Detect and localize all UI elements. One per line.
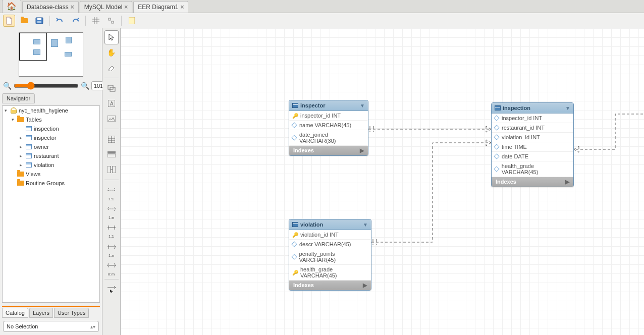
tab-catalog[interactable]: Catalog <box>2 308 28 318</box>
rel-existing-tool[interactable] <box>104 283 119 297</box>
close-icon[interactable]: × <box>71 4 74 11</box>
notes-button[interactable] <box>126 15 138 27</box>
open-file-button[interactable] <box>18 15 30 27</box>
column-label: health_grade VARCHAR(45) <box>300 266 368 278</box>
tree-tables-folder[interactable]: ▾Tables <box>3 115 99 124</box>
expand-icon[interactable]: ▶ <box>363 282 367 289</box>
entity-header[interactable]: violation▼ <box>289 219 371 230</box>
rel-icon <box>107 225 116 230</box>
entity-column[interactable]: name VARCHAR(45) <box>289 121 368 130</box>
collapse-icon[interactable]: ▼ <box>565 105 570 111</box>
rel-n-m-tool[interactable] <box>104 258 119 272</box>
grid-toggle-button[interactable] <box>90 15 102 27</box>
rel-icon <box>107 263 116 268</box>
zoom-in-icon[interactable]: 🔍 <box>81 82 89 90</box>
collapse-icon[interactable]: ▼ <box>363 222 368 228</box>
navigator-preview[interactable] <box>0 28 102 81</box>
svg-rect-15 <box>113 166 116 173</box>
tree-table-restaurant[interactable]: ▸restaurant <box>3 151 99 160</box>
routine-tool[interactable] <box>104 162 119 177</box>
tree-table-inspector[interactable]: ▸inspector <box>3 133 99 142</box>
redo-button[interactable] <box>69 15 81 27</box>
hand-tool[interactable]: ✋ <box>104 45 119 60</box>
routine-icon <box>108 166 116 173</box>
zoom-slider[interactable] <box>14 82 79 89</box>
folder-icon <box>17 117 24 122</box>
selection-display[interactable]: No Selection▴▾ <box>3 321 99 332</box>
catalog-tree[interactable]: ▾nyc_health_hygiene ▾Tables inspection ▸… <box>2 105 100 303</box>
entity-column[interactable]: time TIME <box>492 142 573 152</box>
entity-column[interactable]: violation_id INT <box>492 133 573 142</box>
entity-column[interactable]: health_grade VARCHAR(45) <box>492 161 573 177</box>
rel-label: 1:1 <box>109 197 114 201</box>
align-button[interactable] <box>105 15 117 27</box>
rel-1-1-nonid-tool[interactable] <box>104 183 119 197</box>
rel-icon <box>107 244 116 249</box>
entity-header[interactable]: inspection▼ <box>492 103 573 114</box>
tab-eer-diagram[interactable]: EER Diagram1× <box>133 1 188 13</box>
new-file-button[interactable] <box>3 15 15 27</box>
entity-column[interactable]: 🔑health_grade VARCHAR(45) <box>289 265 371 281</box>
entity-column[interactable]: restaurant_id INT <box>492 123 573 133</box>
entity-column[interactable]: inspector_id INT <box>492 114 573 123</box>
entity-indexes[interactable]: Indexes▶ <box>289 146 368 155</box>
undo-button[interactable] <box>54 15 66 27</box>
entity-indexes[interactable]: Indexes▶ <box>289 281 371 290</box>
home-icon: 🏠 <box>7 2 17 11</box>
canvas-toolbar: ✋ A 1:1 1:n 1:1 1:n n:m <box>102 28 121 335</box>
column-icon <box>494 153 499 159</box>
entity-indexes[interactable]: Indexes▶ <box>492 177 573 187</box>
rel-1-n-id-tool[interactable] <box>104 240 119 254</box>
file-icon <box>6 17 13 25</box>
view-tool[interactable] <box>104 147 119 161</box>
tree-routines-folder[interactable]: Routine Groups <box>3 179 99 188</box>
expand-icon[interactable]: ▶ <box>360 147 364 154</box>
zoom-out-icon[interactable]: 🔍 <box>3 82 12 90</box>
image-tool[interactable] <box>104 111 119 126</box>
tab-mysql-model[interactable]: MySQL Model× <box>80 1 133 13</box>
rel-1-n-nonid-tool[interactable] <box>104 202 119 216</box>
entity-column[interactable]: date DATE <box>492 152 573 161</box>
table-icon <box>26 144 32 149</box>
entity-column[interactable]: 🔑violation_id INT <box>289 230 371 240</box>
entity-name: inspector <box>300 102 326 108</box>
entity-header[interactable]: inspector▼ <box>289 100 368 111</box>
entity-column[interactable]: 🔑inspector_id INT <box>289 111 368 121</box>
collapse-icon[interactable]: ▼ <box>360 103 365 108</box>
pointer-tool[interactable] <box>104 30 119 44</box>
entity-inspector[interactable]: inspector▼🔑inspector_id INTname VARCHAR(… <box>289 100 368 156</box>
indexes-label: Indexes <box>293 282 314 289</box>
table-tool[interactable] <box>104 132 119 146</box>
left-sidebar: 🔍 🔍 101▾ Navigator ▾nyc_health_hygiene ▾… <box>0 28 102 335</box>
text-tool[interactable]: A <box>104 96 119 110</box>
tab-layers[interactable]: Layers <box>29 308 53 318</box>
entity-column[interactable]: penalty_points VARCHAR(45) <box>289 249 371 265</box>
rel-label: n:m <box>108 272 115 276</box>
entity-violation[interactable]: violation▼🔑violation_id INTdescr VARCHAR… <box>289 219 371 291</box>
tree-table-owner[interactable]: ▸owner <box>3 142 99 151</box>
tree-table-inspection[interactable]: inspection <box>3 124 99 133</box>
column-label: inspector_id INT <box>502 115 542 121</box>
tab-user-types[interactable]: User Types <box>54 308 89 318</box>
document-tabs: 🏠 Database-class× MySQL Model× EER Diagr… <box>0 0 644 13</box>
tree-views-folder[interactable]: Views <box>3 170 99 179</box>
rel-1-1-id-tool[interactable] <box>104 220 119 235</box>
navigator-tab[interactable]: Navigator <box>2 93 35 103</box>
eraser-tool[interactable] <box>104 61 119 75</box>
tree-schema[interactable]: ▾nyc_health_hygiene <box>3 106 99 115</box>
entity-column[interactable]: descr VARCHAR(45) <box>289 240 371 249</box>
tab-database-class[interactable]: Database-class× <box>22 1 79 13</box>
entity-inspection[interactable]: inspection▼inspector_id INTrestaurant_id… <box>491 102 574 187</box>
expand-icon[interactable]: ▶ <box>565 179 569 185</box>
diagram-canvas[interactable]: inspector▼🔑inspector_id INTname VARCHAR(… <box>121 28 644 335</box>
close-icon[interactable]: × <box>180 4 184 11</box>
layer-tool[interactable] <box>104 81 119 95</box>
entity-column[interactable]: date_joined VARCHAR(30) <box>289 130 368 146</box>
tree-table-violation[interactable]: ▸violation <box>3 160 99 170</box>
save-button[interactable] <box>33 15 45 27</box>
close-icon[interactable]: × <box>124 4 128 11</box>
entity-name: violation <box>300 221 323 228</box>
tab-home[interactable]: 🏠 <box>2 0 21 13</box>
rel-icon <box>107 188 116 193</box>
database-icon <box>11 107 17 114</box>
